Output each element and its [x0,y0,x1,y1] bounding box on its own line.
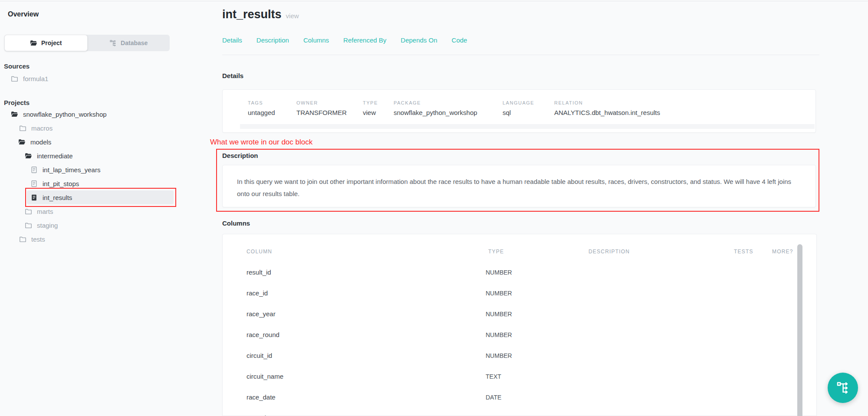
sources-tree: formula1 [0,72,179,85]
sidebar-item-int-results[interactable]: int_results [27,190,174,204]
sidebar-item-formula1[interactable]: formula1 [0,72,179,85]
tree-item-label: intermediate [37,152,73,160]
sidebar-item-tests[interactable]: tests [0,232,179,246]
column-type: NUMBER [486,269,512,276]
columns-section-title: Columns [222,219,250,227]
detail-value: ANALYTICS.dbt_hwatson.int_results [554,109,660,116]
detail-label: TAGS [248,100,263,105]
table-row-circuit-name[interactable]: circuit_name TEXT [223,366,816,387]
annotation-text: What we wrote in our doc block [210,138,312,147]
detail-label: OWNER [296,100,318,105]
tab-description[interactable]: Description [256,36,289,44]
projects-tree: snowflake_python_workshop macros models … [0,107,179,246]
detail-value: sql [503,109,511,116]
section-nav: Details Description Columns Referenced B… [222,36,467,44]
page-title: int_resultsview [222,8,299,21]
table-row-race-id[interactable]: race_id NUMBER [223,283,816,304]
tab-columns[interactable]: Columns [303,36,329,44]
details-section-title: Details [222,72,243,79]
folder-open-icon [25,152,32,160]
sidebar-item-intermediate[interactable]: intermediate [0,149,179,163]
tree-item-label: macros [31,124,53,132]
table-row-race-year[interactable]: race_year NUMBER [223,304,816,324]
tree-item-label: int_results [43,194,72,201]
folder-icon [11,75,18,82]
table-row-race-round[interactable]: race_round NUMBER [223,324,816,345]
folder-open-icon [18,138,26,146]
description-card: In this query we want to join out other … [222,165,816,207]
table-row-race-date[interactable]: race_date DATE [223,387,816,408]
detail-value: snowflake_python_workshop [394,109,477,116]
tree-item-label: snowflake_python_workshop [23,111,107,118]
tree-item-label: formula1 [23,75,48,82]
model-name: int_results [222,8,282,21]
sidebar-item-snowflake-python-workshop[interactable]: snowflake_python_workshop [0,107,179,121]
column-type: NUMBER [486,352,512,359]
column-name: circuit_id [247,352,272,359]
database-tab[interactable]: Database [88,35,170,51]
column-name: race_id [247,289,268,297]
file-filled-icon [30,194,38,201]
tree-item-label: int_pit_stops [43,180,79,187]
tab-referenced-by[interactable]: Referenced By [343,36,386,44]
sidebar-item-macros[interactable]: macros [0,121,179,135]
projects-heading: Projects [4,99,30,106]
description-section-title: Description [222,152,258,159]
sidebar-item-models[interactable]: models [0,135,179,149]
detail-label: LANGUAGE [503,100,534,105]
tab-code[interactable]: Code [452,36,467,44]
column-name: race_time [247,414,275,416]
folder-icon [25,208,32,215]
folder-icon [19,124,26,132]
folder-icon [19,236,26,243]
tree-item-label: tests [31,236,45,243]
column-header-more: MORE? [772,249,793,255]
table-row-result-id[interactable]: result_id NUMBER [223,262,816,283]
tab-details[interactable]: Details [222,36,242,44]
description-body: In this query we want to join out other … [237,176,801,200]
folder-open-icon [11,111,18,118]
tree-item-label: int_lap_times_years [43,166,100,174]
table-scrollbar[interactable] [797,244,802,416]
column-header-type: TYPE [488,249,504,255]
tab-depends-on[interactable]: Depends On [401,36,437,44]
overview-heading: Overview [8,10,39,18]
tree-item-label: marts [37,208,53,215]
column-name: race_year [247,310,276,318]
sidebar-item-int-pit-stops[interactable]: int_pit_stops [0,177,179,190]
details-footer-strip [240,124,815,129]
sidebar-item-marts[interactable]: marts [0,204,179,218]
sidebar: Overview Project Database Sources formul… [0,0,200,416]
detail-label: TYPE [363,100,378,105]
columns-card: COLUMN TYPE DESCRIPTION TESTS MORE? resu… [222,234,817,416]
column-type: DATE [486,394,501,401]
file-icon [30,180,38,187]
column-type: TEXT [486,373,501,380]
column-header-description: DESCRIPTION [589,249,630,255]
folder-icon [25,222,32,229]
table-row-circuit-id[interactable]: circuit_id NUMBER [223,345,816,366]
project-tab[interactable]: Project [4,35,88,51]
folder-icon [30,39,37,47]
column-name: race_date [247,393,276,401]
sources-heading: Sources [4,62,30,70]
dbt-docs-page: Overview Project Database Sources formul… [0,0,868,416]
detail-label: RELATION [554,100,583,105]
column-header-column: COLUMN [247,249,272,255]
lineage-graph-button[interactable] [828,373,858,403]
file-icon [30,166,38,174]
model-type-label: view [286,12,299,20]
column-name: race_round [247,331,279,338]
column-type: NUMBER [486,331,512,338]
header-divider [222,55,819,55]
table-row-race-time[interactable]: race_time TIME [223,408,816,416]
lineage-icon [836,381,850,395]
column-type: NUMBER [486,311,512,318]
detail-value: view [363,109,376,116]
column-header-tests: TESTS [734,249,753,255]
sidebar-item-int-lap-times-years[interactable]: int_lap_times_years [0,163,179,177]
column-name: result_id [247,269,271,276]
detail-value: untagged [248,109,275,116]
sidebar-item-staging[interactable]: staging [0,218,179,232]
column-type: NUMBER [486,290,512,297]
